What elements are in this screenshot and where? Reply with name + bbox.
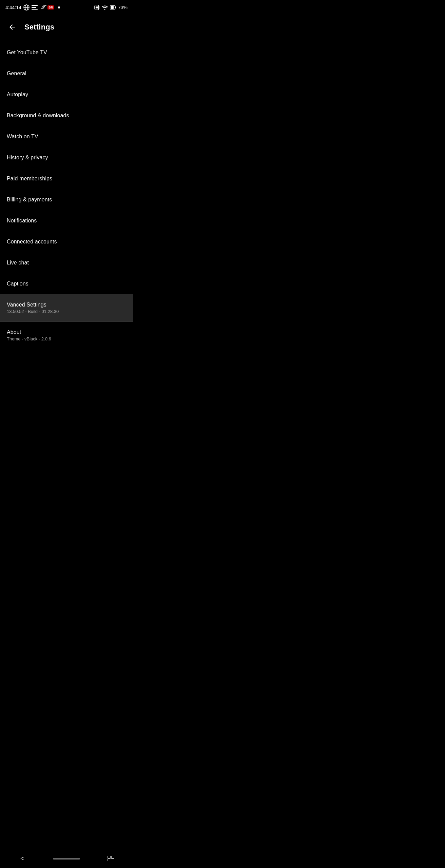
settings-item-general[interactable]: General [0, 63, 133, 84]
settings-item-background-downloads[interactable]: Background & downloads [0, 105, 133, 126]
settings-item-label-general: General [7, 71, 26, 77]
settings-item-subtitle-about: Theme - vBlack - 2.0.6 [7, 336, 51, 341]
settings-item-content-connected-accounts: Connected accounts [7, 239, 57, 245]
svg-rect-10 [108, 856, 110, 858]
svg-rect-11 [111, 856, 114, 858]
vibrate-icon [94, 4, 100, 11]
battery-icon [110, 4, 116, 11]
svg-rect-5 [32, 9, 38, 10]
page-title: Settings [24, 23, 54, 32]
settings-item-about[interactable]: AboutTheme - vBlack - 2.0.6 [0, 322, 133, 349]
page-header: Settings [0, 15, 133, 42]
settings-item-get-youtube-tv[interactable]: Get YouTube TV [0, 42, 133, 63]
status-right: 73% [94, 4, 128, 11]
settings-item-content-watch-on-tv: Watch on TV [7, 134, 38, 140]
nav-home-button[interactable] [53, 852, 80, 865]
time-display: 4:44:14 [5, 5, 21, 10]
wifi-icon [102, 4, 108, 11]
status-left: 4:44:14 𝒯 BR [5, 4, 62, 11]
settings-item-content-live-chat: Live chat [7, 260, 29, 266]
lines-icon [32, 4, 38, 11]
settings-item-content-billing-payments: Billing & payments [7, 197, 52, 203]
settings-item-paid-memberships[interactable]: Paid memberships [0, 168, 133, 189]
settings-item-live-chat[interactable]: Live chat [0, 252, 133, 273]
settings-item-label-autoplay: Autoplay [7, 92, 28, 98]
nyt-icon: 𝒯 [40, 4, 46, 11]
nav-back-button[interactable]: < [8, 852, 36, 865]
nav-recents-icon [108, 856, 114, 861]
settings-list: Get YouTube TVGeneralAutoplayBackground … [0, 42, 133, 349]
settings-item-label-history-privacy: History & privacy [7, 155, 48, 161]
br-label: BR [47, 5, 54, 9]
back-button[interactable] [5, 20, 19, 34]
svg-rect-9 [96, 6, 98, 8]
settings-item-label-vanced-settings: Vanced Settings [7, 302, 59, 308]
settings-item-label-background-downloads: Background & downloads [7, 113, 69, 119]
settings-item-content-captions: Captions [7, 281, 28, 287]
settings-item-autoplay[interactable]: Autoplay [0, 84, 133, 105]
settings-item-content-history-privacy: History & privacy [7, 155, 48, 161]
settings-item-subtitle-vanced-settings: 13.50.52 - Build - 01.28.30 [7, 309, 59, 314]
settings-item-captions[interactable]: Captions [0, 273, 133, 294]
battery-percent: 73% [118, 5, 128, 10]
settings-item-content-paid-memberships: Paid memberships [7, 176, 52, 182]
settings-item-vanced-settings[interactable]: Vanced Settings13.50.52 - Build - 01.28.… [0, 294, 133, 321]
settings-item-notifications[interactable]: Notifications [0, 210, 133, 231]
globe-icon [23, 4, 30, 11]
settings-item-label-connected-accounts: Connected accounts [7, 239, 57, 245]
nav-back-icon: < [20, 855, 24, 862]
settings-item-label-paid-memberships: Paid memberships [7, 176, 52, 182]
settings-item-content-get-youtube-tv: Get YouTube TV [7, 50, 47, 56]
settings-item-content-about: AboutTheme - vBlack - 2.0.6 [7, 329, 51, 341]
settings-item-label-about: About [7, 329, 51, 335]
settings-item-label-notifications: Notifications [7, 218, 37, 224]
settings-item-label-captions: Captions [7, 281, 28, 287]
settings-item-watch-on-tv[interactable]: Watch on TV [0, 126, 133, 147]
br-badge-icon: BR [48, 4, 54, 11]
nav-recents-button[interactable] [97, 852, 124, 865]
settings-item-label-live-chat: Live chat [7, 260, 29, 266]
nav-home-indicator [53, 858, 80, 860]
settings-item-content-autoplay: Autoplay [7, 92, 28, 98]
nav-bar: < [0, 849, 133, 868]
notification-dot [56, 4, 62, 11]
settings-item-label-watch-on-tv: Watch on TV [7, 134, 38, 140]
settings-item-label-billing-payments: Billing & payments [7, 197, 52, 203]
settings-item-billing-payments[interactable]: Billing & payments [0, 189, 133, 210]
svg-rect-6 [94, 6, 95, 9]
svg-rect-12 [108, 859, 114, 861]
svg-rect-3 [32, 5, 38, 6]
settings-item-history-privacy[interactable]: History & privacy [0, 147, 133, 168]
settings-item-content-notifications: Notifications [7, 218, 37, 224]
settings-item-content-general: General [7, 71, 26, 77]
settings-item-connected-accounts[interactable]: Connected accounts [0, 231, 133, 252]
settings-item-label-get-youtube-tv: Get YouTube TV [7, 50, 47, 56]
settings-item-content-vanced-settings: Vanced Settings13.50.52 - Build - 01.28.… [7, 302, 59, 314]
status-bar: 4:44:14 𝒯 BR [0, 0, 133, 15]
svg-rect-4 [32, 7, 36, 8]
svg-rect-7 [99, 6, 99, 9]
settings-item-content-background-downloads: Background & downloads [7, 113, 69, 119]
